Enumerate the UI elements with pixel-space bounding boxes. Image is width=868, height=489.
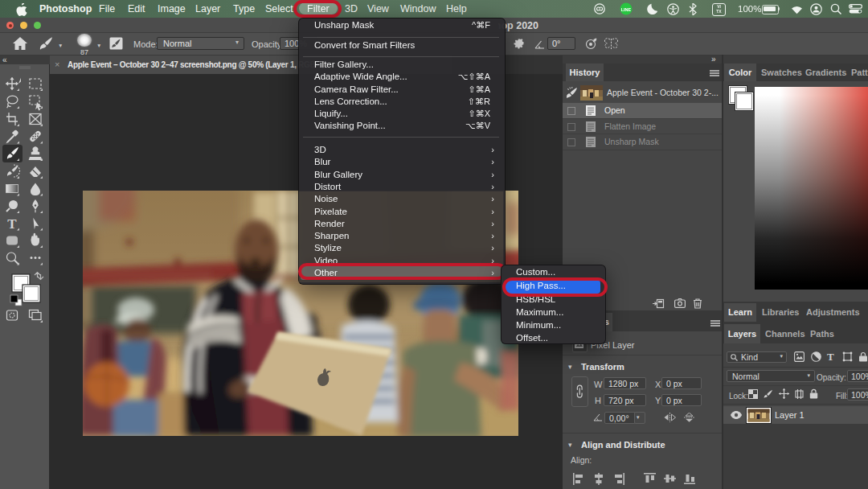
svg-text:LINE: LINE (621, 7, 632, 12)
svg-text:T: T (7, 216, 17, 232)
